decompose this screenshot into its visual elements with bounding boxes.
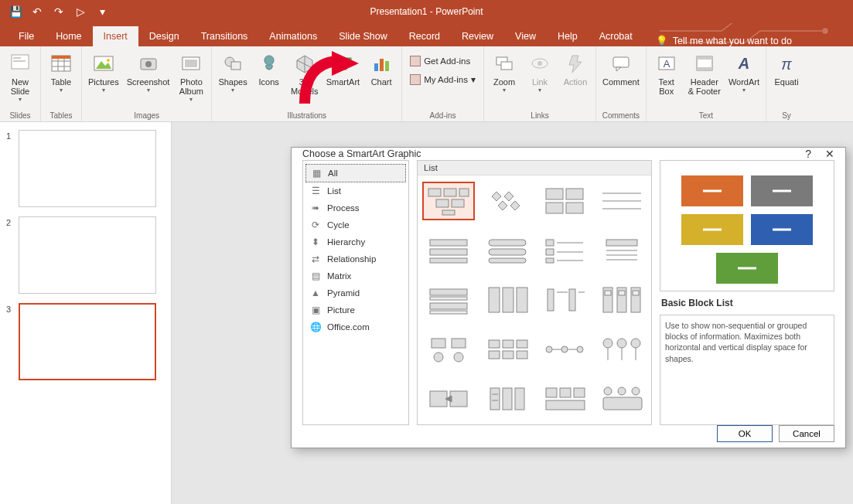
svg-rect-117 [450,391,467,407]
svg-rect-93 [619,291,625,295]
graphic-option[interactable] [483,231,532,270]
header-footer-button[interactable]: Header & Footer [687,49,722,96]
slide-thumbnail[interactable]: 3 [6,303,165,380]
wordart-icon: A [732,51,756,76]
graphic-option[interactable] [483,380,532,418]
category-list[interactable]: ☰List [305,182,406,199]
textbox-button[interactable]: A Text Box [651,49,682,96]
graphic-option[interactable] [597,330,647,369]
svg-rect-116 [430,391,447,407]
category-pyramid[interactable]: ▲Pyramid [305,284,406,301]
graphic-option[interactable] [483,182,532,220]
svg-text:π: π [781,56,792,73]
wordart-button[interactable]: A WordArt ▾ [727,49,761,94]
svg-rect-94 [633,291,639,295]
svg-rect-84 [517,288,527,312]
pictures-button[interactable]: Pictures ▾ [87,49,121,94]
tab-design[interactable]: Design [138,26,190,46]
new-slide-button[interactable]: New Slide ▾ [5,49,36,103]
chevron-down-icon: ▾ [742,87,746,94]
link-button[interactable]: Link ▾ [524,49,555,94]
globe-icon: 🌐 [310,322,321,332]
3d-models-icon [292,51,317,76]
svg-point-110 [603,339,612,348]
my-addins-button[interactable]: My Add-ins▾ [407,73,479,87]
category-picture[interactable]: ▣Picture [305,301,406,318]
graphic-option[interactable] [483,330,532,369]
svg-rect-47 [459,189,469,196]
shapes-button[interactable]: Shapes ▾ [217,49,248,94]
equation-button[interactable]: π Equati [771,49,802,87]
tab-acrobat[interactable]: Acrobat [589,26,643,46]
tab-file[interactable]: File [8,26,45,46]
get-addins-button[interactable]: Get Add-ins [407,54,473,68]
graphic-option[interactable] [422,182,475,220]
header-footer-icon [692,51,717,76]
screenshot-button[interactable]: Screenshot ▾ [125,49,172,94]
tab-animations[interactable]: Animations [258,26,328,46]
tab-record[interactable]: Record [398,26,451,46]
graphic-option[interactable] [540,182,589,220]
graphic-grid[interactable] [418,175,651,424]
dialog-close-button[interactable]: ✕ [825,148,834,160]
graphic-option[interactable] [540,380,589,418]
photo-album-button[interactable]: Photo Album ▾ [176,49,206,103]
ok-button[interactable]: OK [717,425,773,442]
graphic-option[interactable] [597,281,647,319]
slide-thumbnail[interactable]: 1 [6,130,165,207]
icons-button[interactable]: Icons [254,49,285,87]
store-icon [410,56,421,66]
zoom-button[interactable]: Zoom ▾ [489,49,520,94]
graphic-option[interactable] [483,281,532,319]
save-icon[interactable]: 💾 [8,4,23,19]
category-matrix[interactable]: ▤Matrix [305,267,406,284]
graphic-option[interactable] [422,380,475,418]
action-button[interactable]: Action [560,49,591,87]
tab-slideshow[interactable]: Slide Show [328,26,398,46]
tab-help[interactable]: Help [547,26,589,46]
category-office[interactable]: 🌐Office.com [305,318,406,335]
3d-models-button[interactable]: 3D Models ▾ [289,49,320,103]
tab-home[interactable]: Home [45,26,92,46]
graphic-option[interactable] [422,231,475,270]
category-hierarchy[interactable]: ⬍Hierarchy [305,233,406,250]
svg-marker-53 [498,201,507,210]
svg-rect-58 [566,203,583,213]
comment-button[interactable]: Comment [601,49,641,87]
graphic-option[interactable] [540,330,589,369]
tab-review[interactable]: Review [451,26,504,46]
svg-point-129 [618,387,626,395]
slide-thumbnail[interactable]: 2 [6,216,165,294]
preview-description: Use to show non-sequential or grouped bl… [660,315,834,425]
smartart-button[interactable]: SmartArt [325,49,361,87]
tab-insert[interactable]: Insert [93,26,138,46]
icons-icon [257,51,281,76]
graphic-option[interactable] [422,330,475,369]
table-button[interactable]: Table ▾ [46,49,77,94]
tab-view[interactable]: View [504,26,547,46]
chart-button[interactable]: Chart [366,49,397,87]
graphic-option[interactable] [422,281,475,319]
graphic-option[interactable] [597,182,647,220]
graphic-option[interactable] [597,380,647,418]
category-cycle[interactable]: ⟳Cycle [305,216,406,233]
start-slideshow-icon[interactable]: ▷ [73,4,88,19]
graphic-option[interactable] [540,231,589,270]
graphic-option[interactable] [597,231,647,270]
graphic-option[interactable] [540,281,589,319]
tab-transitions[interactable]: Transitions [190,26,259,46]
svg-point-128 [604,387,612,395]
svg-rect-24 [334,58,342,63]
redo-icon[interactable]: ↷ [51,4,67,19]
category-all[interactable]: ▦All [305,164,406,182]
cancel-button[interactable]: Cancel [779,425,834,442]
undo-icon[interactable]: ↶ [29,4,45,19]
qat-more-icon[interactable]: ▾ [94,4,110,19]
addin-icon [410,74,421,85]
svg-rect-18 [185,60,197,67]
category-process[interactable]: ➠Process [305,199,406,216]
svg-text:A: A [663,58,670,70]
dialog-help-button[interactable]: ? [805,148,811,160]
category-relationship[interactable]: ⇄Relationship [305,250,406,267]
tell-me[interactable]: 💡 Tell me what you want to do [656,35,792,46]
